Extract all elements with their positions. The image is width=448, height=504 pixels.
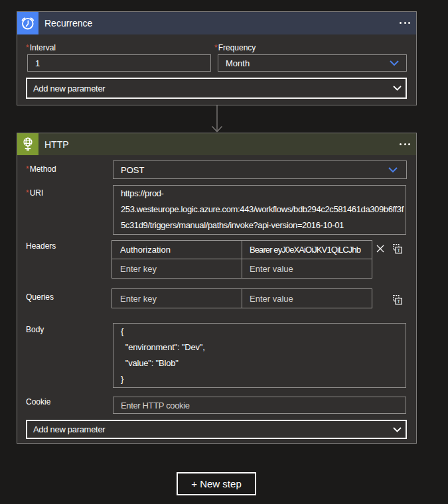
svg-text:T: T <box>397 247 400 253</box>
svg-text:T: T <box>397 298 400 304</box>
